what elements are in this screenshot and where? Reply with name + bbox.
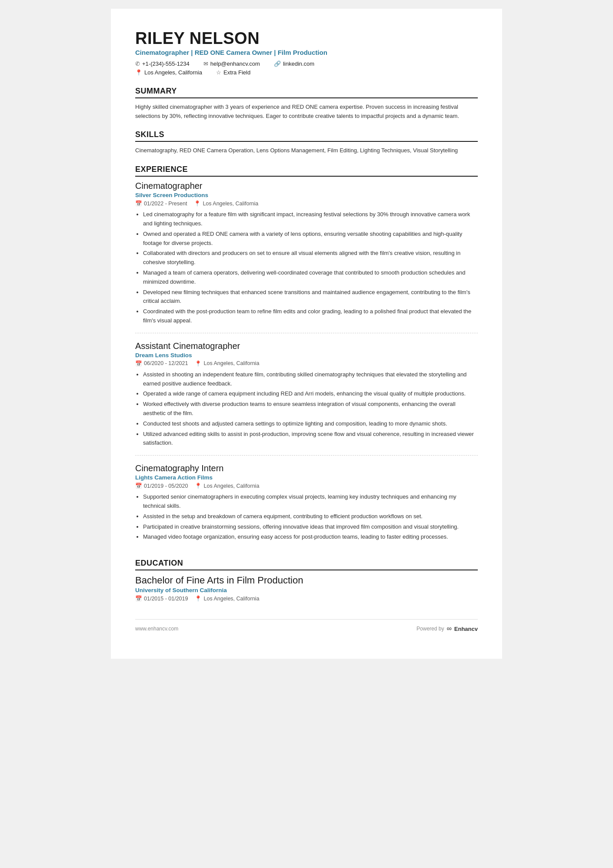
edu-location: 📍 Los Angeles, California — [195, 595, 259, 602]
summary-title: SUMMARY — [135, 87, 478, 98]
list-item: Managed a team of camera operators, deli… — [143, 268, 478, 287]
candidate-name: RILEY NELSON — [135, 30, 478, 48]
footer-website: www.enhancv.com — [135, 626, 178, 632]
footer: www.enhancv.com Powered by ∞ Enhancv — [135, 619, 478, 633]
list-item: Worked effectively with diverse producti… — [143, 400, 478, 418]
job-2-bullets: Assisted in shooting an independent feat… — [135, 370, 478, 448]
email-contact: ✉ help@enhancv.com — [203, 60, 260, 67]
job-1-bullets: Led cinematography for a feature film wi… — [135, 210, 478, 325]
edu-date: 📅 01/2015 - 01/2019 — [135, 595, 188, 602]
powered-by-text: Powered by — [416, 626, 444, 632]
enhancv-brand: Enhancv — [454, 626, 478, 632]
job-2-location: 📍 Los Angeles, California — [195, 360, 259, 367]
calendar-icon-1: 📅 — [135, 200, 142, 207]
job-2-date: 📅 06/2020 - 12/2021 — [135, 360, 188, 367]
job-1-company: Silver Screen Productions — [135, 192, 478, 198]
list-item: Collaborated with directors and producer… — [143, 249, 478, 267]
extra-field-value: Extra Field — [223, 69, 250, 76]
phone-icon: ✆ — [135, 60, 140, 67]
skills-title: SKILLS — [135, 130, 478, 142]
linkedin-icon: 🔗 — [274, 60, 281, 67]
job-3-meta: 📅 01/2019 - 05/2020 📍 Los Angeles, Calif… — [135, 483, 478, 489]
edu-degree: Bachelor of Fine Arts in Film Production — [135, 575, 478, 586]
footer-powered: Powered by ∞ Enhancv — [416, 625, 478, 633]
summary-section: SUMMARY Highly skilled cinematographer w… — [135, 87, 478, 121]
experience-section: EXPERIENCE Cinematographer Silver Screen… — [135, 165, 478, 549]
job-3-bullets: Supported senior cinematographers in exe… — [135, 493, 478, 542]
location-icon-1: 📍 — [194, 200, 201, 207]
experience-title: EXPERIENCE — [135, 165, 478, 177]
list-item: Supported senior cinematographers in exe… — [143, 493, 478, 511]
linkedin-contact: 🔗 linkedin.com — [274, 60, 314, 67]
list-item: Coordinated with the post-production tea… — [143, 307, 478, 325]
email-icon: ✉ — [203, 60, 208, 67]
extra-field-contact: ☆ Extra Field — [216, 69, 250, 76]
location-contact: 📍 Los Angeles, California — [135, 69, 202, 76]
list-item: Developed new filming techniques that en… — [143, 288, 478, 306]
candidate-title: Cinematographer | RED ONE Camera Owner |… — [135, 49, 478, 56]
job-2-company: Dream Lens Studios — [135, 352, 478, 359]
list-item: Utilized advanced editing skills to assi… — [143, 430, 478, 448]
education-section: EDUCATION Bachelor of Fine Arts in Film … — [135, 559, 478, 602]
list-item: Managed video footage organization, ensu… — [143, 533, 478, 542]
job-1-date: 📅 01/2022 - Present — [135, 200, 187, 207]
job-2-title: Assistant Cinematographer — [135, 341, 478, 351]
edu-school: University of Southern California — [135, 587, 478, 593]
education-title: EDUCATION — [135, 559, 478, 570]
calendar-icon-edu: 📅 — [135, 595, 142, 602]
job-2-meta: 📅 06/2020 - 12/2021 📍 Los Angeles, Calif… — [135, 360, 478, 367]
location-value: Los Angeles, California — [144, 69, 202, 76]
phone-value: +1-(234)-555-1234 — [142, 60, 190, 67]
list-item: Assisted in the setup and breakdown of c… — [143, 512, 478, 521]
list-item: Participated in creative brainstorming s… — [143, 523, 478, 532]
job-1-title: Cinematographer — [135, 181, 478, 191]
skills-section: SKILLS Cinematography, RED ONE Camera Op… — [135, 130, 478, 155]
star-icon: ☆ — [216, 69, 221, 76]
summary-text: Highly skilled cinematographer with 3 ye… — [135, 103, 478, 121]
skills-text: Cinematography, RED ONE Camera Operation… — [135, 146, 478, 155]
resume-page: RILEY NELSON Cinematographer | RED ONE C… — [111, 9, 502, 659]
job-1: Cinematographer Silver Screen Production… — [135, 181, 478, 333]
contact-row-2: 📍 Los Angeles, California ☆ Extra Field — [135, 69, 478, 77]
job-3-location: 📍 Los Angeles, California — [195, 483, 259, 489]
job-1-location: 📍 Los Angeles, California — [194, 200, 258, 207]
edu-meta: 📅 01/2015 - 01/2019 📍 Los Angeles, Calif… — [135, 595, 478, 602]
location-icon-3: 📍 — [195, 483, 202, 489]
phone-contact: ✆ +1-(234)-555-1234 — [135, 60, 190, 67]
list-item: Operated a wide range of camera equipmen… — [143, 389, 478, 399]
location-icon-edu: 📍 — [195, 595, 202, 602]
linkedin-value: linkedin.com — [283, 60, 314, 67]
enhancv-logo-icon: ∞ — [446, 625, 451, 633]
list-item: Owned and operated a RED ONE camera with… — [143, 230, 478, 248]
calendar-icon-2: 📅 — [135, 360, 142, 367]
header: RILEY NELSON Cinematographer | RED ONE C… — [135, 30, 478, 77]
email-value: help@enhancv.com — [210, 60, 260, 67]
list-item: Assisted in shooting an independent feat… — [143, 370, 478, 389]
job-3-title: Cinematography Intern — [135, 463, 478, 473]
job-3-company: Lights Camera Action Films — [135, 474, 478, 481]
job-3-date: 📅 01/2019 - 05/2020 — [135, 483, 188, 489]
contact-row-1: ✆ +1-(234)-555-1234 ✉ help@enhancv.com 🔗… — [135, 60, 478, 68]
job-3: Cinematography Intern Lights Camera Acti… — [135, 463, 478, 549]
job-1-meta: 📅 01/2022 - Present 📍 Los Angeles, Calif… — [135, 200, 478, 207]
location-icon: 📍 — [135, 69, 142, 76]
calendar-icon-3: 📅 — [135, 483, 142, 489]
location-icon-2: 📍 — [195, 360, 202, 367]
job-2: Assistant Cinematographer Dream Lens Stu… — [135, 341, 478, 456]
list-item: Led cinematography for a feature film wi… — [143, 210, 478, 228]
list-item: Conducted test shoots and adjusted camer… — [143, 419, 478, 429]
